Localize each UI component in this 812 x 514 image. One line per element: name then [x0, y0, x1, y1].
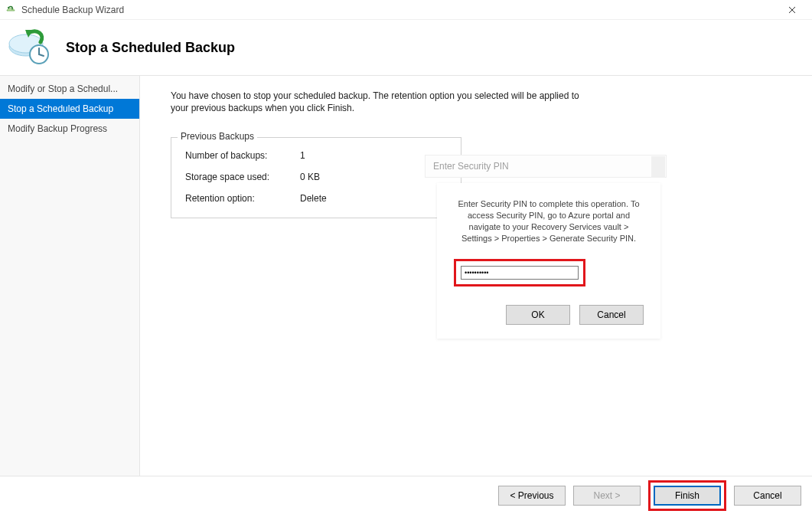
sidebar-item-stop-scheduled[interactable]: Stop a Scheduled Backup	[0, 99, 139, 119]
backup-icon	[6, 26, 52, 69]
security-pin-message: Enter Security PIN to complete this oper…	[454, 198, 644, 244]
retention-option-value: Delete	[300, 193, 327, 204]
wizard-content: You have chosen to stop your scheduled b…	[140, 76, 812, 476]
security-pin-placeholder-button	[651, 156, 665, 178]
wizard-header: Stop a Scheduled Backup	[0, 20, 812, 75]
app-icon	[5, 4, 17, 16]
sidebar-item-modify-or-stop[interactable]: Modify or Stop a Schedul...	[0, 79, 139, 99]
intro-text: You have chosen to stop your scheduled b…	[171, 90, 599, 114]
next-button: Next >	[573, 486, 641, 506]
cancel-button[interactable]: Cancel	[734, 486, 801, 506]
page-title: Stop a Scheduled Backup	[66, 40, 235, 56]
close-button[interactable]	[777, 0, 807, 20]
previous-button[interactable]: < Previous	[498, 486, 566, 506]
storage-used-value: 0 KB	[300, 172, 320, 182]
window-title: Schedule Backup Wizard	[21, 5, 777, 15]
security-pin-placeholder: Enter Security PIN	[425, 155, 667, 178]
retention-option-label: Retention option:	[185, 193, 300, 204]
storage-used-label: Storage space used:	[185, 172, 300, 182]
security-pin-dialog: Enter Security PIN to complete this oper…	[437, 183, 660, 339]
security-pin-input[interactable]	[461, 266, 579, 280]
backups-count-label: Number of backups:	[185, 150, 300, 161]
security-pin-input-highlight	[454, 259, 585, 286]
finish-button-highlight: Finish	[648, 480, 726, 511]
security-pin-placeholder-text: Enter Security PIN	[433, 161, 509, 172]
previous-backups-group: Previous Backups Number of backups: 1 St…	[171, 137, 461, 218]
pin-cancel-button[interactable]: Cancel	[579, 305, 644, 325]
finish-button[interactable]: Finish	[654, 486, 721, 506]
wizard-body: Modify or Stop a Schedul... Stop a Sched…	[0, 75, 812, 476]
backups-count-value: 1	[300, 150, 305, 161]
wizard-steps-sidebar: Modify or Stop a Schedul... Stop a Sched…	[0, 76, 140, 476]
wizard-footer: < Previous Next > Finish Cancel	[0, 476, 812, 514]
groupbox-legend: Previous Backups	[178, 131, 257, 142]
pin-ok-button[interactable]: OK	[506, 305, 570, 325]
sidebar-item-modify-progress[interactable]: Modify Backup Progress	[0, 119, 139, 139]
titlebar: Schedule Backup Wizard	[0, 0, 812, 20]
